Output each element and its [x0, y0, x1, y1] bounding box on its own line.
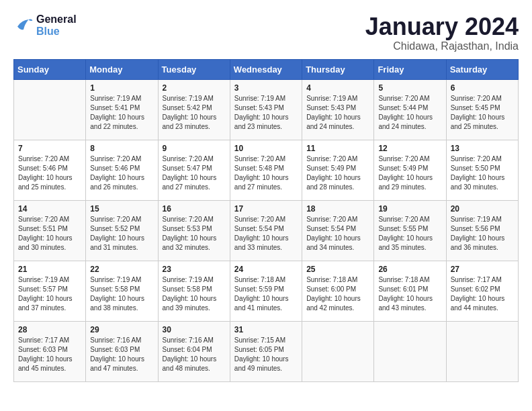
day-number: 23	[163, 265, 226, 274]
day-info: Sunrise: 7:20 AM Sunset: 5:44 PM Dayligh…	[378, 94, 441, 132]
day-number: 21	[18, 265, 81, 274]
day-number: 4	[306, 83, 369, 93]
weekday-header: Friday	[374, 59, 446, 79]
weekday-header: Thursday	[302, 59, 374, 79]
calendar-cell: 22Sunrise: 7:19 AM Sunset: 5:58 PM Dayli…	[86, 261, 158, 321]
day-number: 18	[306, 204, 369, 214]
day-number: 19	[378, 204, 441, 214]
day-number: 28	[18, 325, 81, 334]
day-number: 12	[378, 144, 441, 153]
month-title: January 2024	[365, 13, 519, 40]
weekday-header: Monday	[86, 59, 158, 79]
day-number: 5	[378, 83, 441, 93]
page-header: General Blue January 2024 Chidawa, Rajas…	[13, 13, 519, 52]
day-info: Sunrise: 7:20 AM Sunset: 5:47 PM Dayligh…	[163, 154, 226, 192]
calendar-cell: 10Sunrise: 7:20 AM Sunset: 5:48 PM Dayli…	[230, 140, 302, 200]
calendar-cell: 21Sunrise: 7:19 AM Sunset: 5:57 PM Dayli…	[14, 261, 86, 321]
calendar-cell: 29Sunrise: 7:16 AM Sunset: 6:03 PM Dayli…	[86, 321, 158, 381]
day-info: Sunrise: 7:19 AM Sunset: 5:43 PM Dayligh…	[306, 94, 369, 132]
day-info: Sunrise: 7:20 AM Sunset: 5:54 PM Dayligh…	[234, 215, 298, 253]
calendar-cell	[374, 321, 446, 381]
day-info: Sunrise: 7:20 AM Sunset: 5:54 PM Dayligh…	[306, 215, 369, 253]
day-info: Sunrise: 7:18 AM Sunset: 6:00 PM Dayligh…	[306, 275, 369, 313]
calendar-cell	[302, 321, 374, 381]
day-number: 24	[234, 265, 298, 274]
calendar-cell: 9Sunrise: 7:20 AM Sunset: 5:47 PM Daylig…	[158, 140, 230, 200]
calendar-cell: 3Sunrise: 7:19 AM Sunset: 5:43 PM Daylig…	[230, 79, 302, 140]
logo-text: General Blue	[36, 13, 77, 38]
day-info: Sunrise: 7:19 AM Sunset: 5:57 PM Dayligh…	[18, 275, 81, 313]
day-number: 11	[306, 144, 369, 153]
day-number: 3	[234, 83, 298, 93]
weekday-header: Saturday	[446, 59, 518, 79]
day-info: Sunrise: 7:20 AM Sunset: 5:52 PM Dayligh…	[90, 215, 153, 253]
day-info: Sunrise: 7:16 AM Sunset: 6:03 PM Dayligh…	[90, 336, 153, 373]
day-number: 27	[451, 265, 514, 274]
calendar-cell: 24Sunrise: 7:18 AM Sunset: 5:59 PM Dayli…	[230, 261, 302, 321]
calendar-cell: 15Sunrise: 7:20 AM Sunset: 5:52 PM Dayli…	[86, 200, 158, 261]
calendar-cell: 17Sunrise: 7:20 AM Sunset: 5:54 PM Dayli…	[230, 200, 302, 261]
day-number: 25	[306, 265, 369, 274]
day-info: Sunrise: 7:20 AM Sunset: 5:51 PM Dayligh…	[18, 215, 81, 253]
day-number: 7	[18, 144, 81, 153]
day-number: 1	[90, 83, 153, 93]
day-info: Sunrise: 7:20 AM Sunset: 5:46 PM Dayligh…	[18, 154, 81, 192]
day-info: Sunrise: 7:17 AM Sunset: 6:02 PM Dayligh…	[451, 275, 514, 313]
calendar-cell: 25Sunrise: 7:18 AM Sunset: 6:00 PM Dayli…	[302, 261, 374, 321]
day-info: Sunrise: 7:18 AM Sunset: 5:59 PM Dayligh…	[234, 275, 298, 313]
day-number: 13	[451, 144, 514, 153]
day-number: 8	[90, 144, 153, 153]
day-number: 15	[90, 204, 153, 214]
day-info: Sunrise: 7:20 AM Sunset: 5:48 PM Dayligh…	[234, 154, 298, 192]
title-area: January 2024 Chidawa, Rajasthan, India	[365, 13, 519, 52]
day-info: Sunrise: 7:20 AM Sunset: 5:49 PM Dayligh…	[306, 154, 369, 192]
logo-icon	[13, 15, 34, 36]
day-info: Sunrise: 7:16 AM Sunset: 6:04 PM Dayligh…	[163, 336, 226, 373]
calendar-cell	[446, 321, 518, 381]
day-info: Sunrise: 7:20 AM Sunset: 5:53 PM Dayligh…	[163, 215, 226, 253]
day-info: Sunrise: 7:15 AM Sunset: 6:05 PM Dayligh…	[234, 336, 298, 373]
day-info: Sunrise: 7:20 AM Sunset: 5:50 PM Dayligh…	[451, 154, 514, 192]
day-number: 14	[18, 204, 81, 214]
logo: General Blue	[13, 13, 77, 38]
day-info: Sunrise: 7:17 AM Sunset: 6:03 PM Dayligh…	[18, 336, 81, 373]
weekday-header: Wednesday	[230, 59, 302, 79]
day-number: 26	[378, 265, 441, 274]
day-number: 6	[451, 83, 514, 93]
calendar-cell: 31Sunrise: 7:15 AM Sunset: 6:05 PM Dayli…	[230, 321, 302, 381]
day-number: 9	[163, 144, 226, 153]
day-number: 31	[234, 325, 298, 334]
weekday-header: Tuesday	[158, 59, 230, 79]
calendar-cell: 2Sunrise: 7:19 AM Sunset: 5:42 PM Daylig…	[158, 79, 230, 140]
calendar-cell: 27Sunrise: 7:17 AM Sunset: 6:02 PM Dayli…	[446, 261, 518, 321]
calendar-cell: 5Sunrise: 7:20 AM Sunset: 5:44 PM Daylig…	[374, 79, 446, 140]
day-info: Sunrise: 7:19 AM Sunset: 5:56 PM Dayligh…	[451, 215, 514, 253]
calendar-cell: 16Sunrise: 7:20 AM Sunset: 5:53 PM Dayli…	[158, 200, 230, 261]
day-info: Sunrise: 7:20 AM Sunset: 5:49 PM Dayligh…	[378, 154, 441, 192]
weekday-header: Sunday	[14, 59, 86, 79]
location: Chidawa, Rajasthan, India	[365, 40, 519, 52]
day-info: Sunrise: 7:20 AM Sunset: 5:55 PM Dayligh…	[378, 215, 441, 253]
calendar-cell: 7Sunrise: 7:20 AM Sunset: 5:46 PM Daylig…	[14, 140, 86, 200]
calendar-cell	[14, 79, 86, 140]
day-number: 10	[234, 144, 298, 153]
calendar-cell: 26Sunrise: 7:18 AM Sunset: 6:01 PM Dayli…	[374, 261, 446, 321]
calendar-cell: 8Sunrise: 7:20 AM Sunset: 5:46 PM Daylig…	[86, 140, 158, 200]
calendar-cell: 20Sunrise: 7:19 AM Sunset: 5:56 PM Dayli…	[446, 200, 518, 261]
calendar-cell: 23Sunrise: 7:19 AM Sunset: 5:58 PM Dayli…	[158, 261, 230, 321]
day-number: 2	[163, 83, 226, 93]
day-info: Sunrise: 7:20 AM Sunset: 5:45 PM Dayligh…	[451, 94, 514, 132]
calendar-cell: 13Sunrise: 7:20 AM Sunset: 5:50 PM Dayli…	[446, 140, 518, 200]
calendar-cell: 18Sunrise: 7:20 AM Sunset: 5:54 PM Dayli…	[302, 200, 374, 261]
calendar-cell: 4Sunrise: 7:19 AM Sunset: 5:43 PM Daylig…	[302, 79, 374, 140]
day-number: 17	[234, 204, 298, 214]
day-info: Sunrise: 7:19 AM Sunset: 5:41 PM Dayligh…	[90, 94, 153, 132]
day-number: 16	[163, 204, 226, 214]
calendar-table: SundayMondayTuesdayWednesdayThursdayFrid…	[13, 59, 519, 382]
day-info: Sunrise: 7:19 AM Sunset: 5:43 PM Dayligh…	[234, 94, 298, 132]
calendar-cell: 28Sunrise: 7:17 AM Sunset: 6:03 PM Dayli…	[14, 321, 86, 381]
day-number: 30	[163, 325, 226, 334]
day-info: Sunrise: 7:18 AM Sunset: 6:01 PM Dayligh…	[378, 275, 441, 313]
calendar-cell: 19Sunrise: 7:20 AM Sunset: 5:55 PM Dayli…	[374, 200, 446, 261]
calendar-cell: 6Sunrise: 7:20 AM Sunset: 5:45 PM Daylig…	[446, 79, 518, 140]
